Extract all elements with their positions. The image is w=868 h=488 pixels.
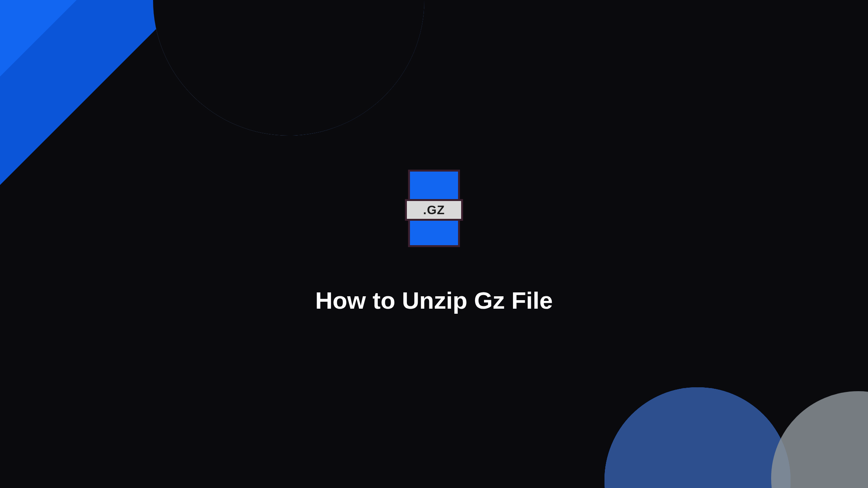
file-label-band: .GZ (405, 199, 463, 221)
hero-banner: .GZ How to Unzip Gz File (0, 0, 868, 488)
page-title: How to Unzip Gz File (315, 287, 553, 314)
decorative-stripe (604, 387, 790, 488)
decorative-stripe (0, 369, 119, 488)
file-extension-label: .GZ (423, 203, 445, 217)
decorative-stripe (153, 0, 424, 136)
gz-file-icon: .GZ (405, 170, 463, 247)
decorative-circle (771, 391, 868, 488)
decorative-circle (604, 387, 790, 488)
decorative-circle (153, 0, 424, 136)
